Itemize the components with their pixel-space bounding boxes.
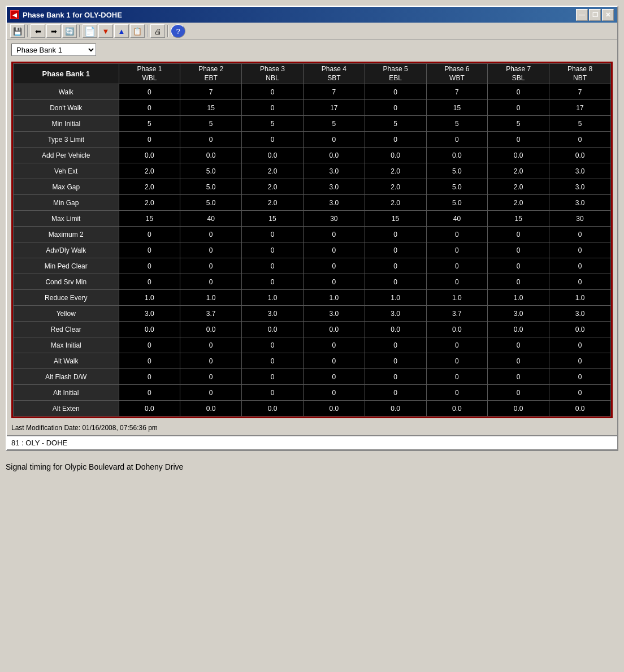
cell-2-2[interactable]: 5 — [242, 116, 304, 132]
cell-2-6[interactable]: 5 — [488, 116, 549, 132]
cell-9-1[interactable]: 0 — [180, 227, 242, 242]
cell-4-4[interactable]: 0.0 — [365, 148, 426, 163]
cell-6-7[interactable]: 3.0 — [549, 179, 611, 195]
cell-20-1[interactable]: 0.0 — [180, 401, 242, 417]
cell-13-0[interactable]: 1.0 — [119, 290, 180, 306]
cell-10-4[interactable]: 0 — [365, 242, 426, 258]
cell-8-2[interactable]: 15 — [242, 211, 304, 227]
cell-17-5[interactable]: 0 — [426, 353, 488, 369]
cell-0-4[interactable]: 0 — [365, 84, 426, 100]
cell-5-1[interactable]: 5.0 — [180, 163, 242, 179]
cell-13-1[interactable]: 1.0 — [180, 290, 242, 306]
cell-7-0[interactable]: 2.0 — [119, 195, 180, 211]
cell-14-1[interactable]: 3.7 — [180, 306, 242, 322]
cell-11-1[interactable]: 0 — [180, 258, 242, 274]
cell-11-0[interactable]: 0 — [119, 258, 180, 274]
cell-8-1[interactable]: 40 — [180, 211, 242, 227]
cell-8-4[interactable]: 15 — [365, 211, 426, 227]
cell-17-2[interactable]: 0 — [242, 353, 304, 369]
cell-6-0[interactable]: 2.0 — [119, 179, 180, 195]
cell-3-0[interactable]: 0 — [119, 132, 180, 148]
cell-17-0[interactable]: 0 — [119, 353, 180, 369]
back-button[interactable]: ⬅ — [31, 24, 45, 38]
cell-8-0[interactable]: 15 — [119, 211, 180, 227]
cell-15-0[interactable]: 0.0 — [119, 322, 180, 337]
cell-9-4[interactable]: 0 — [365, 227, 426, 242]
cell-1-7[interactable]: 17 — [549, 100, 611, 116]
cell-1-0[interactable]: 0 — [119, 100, 180, 116]
cell-2-5[interactable]: 5 — [426, 116, 488, 132]
minimize-button[interactable]: — — [576, 9, 588, 21]
cell-3-5[interactable]: 0 — [426, 132, 488, 148]
cell-8-6[interactable]: 15 — [488, 211, 549, 227]
cell-15-2[interactable]: 0.0 — [242, 322, 304, 337]
cell-5-2[interactable]: 2.0 — [242, 163, 304, 179]
cell-9-6[interactable]: 0 — [488, 227, 549, 242]
cell-20-6[interactable]: 0.0 — [488, 401, 549, 417]
cell-4-0[interactable]: 0.0 — [119, 148, 180, 163]
cell-7-1[interactable]: 5.0 — [180, 195, 242, 211]
cell-3-3[interactable]: 0 — [303, 132, 365, 148]
cell-0-5[interactable]: 7 — [426, 84, 488, 100]
cell-6-5[interactable]: 5.0 — [426, 179, 488, 195]
cell-1-2[interactable]: 0 — [242, 100, 304, 116]
cell-0-1[interactable]: 7 — [180, 84, 242, 100]
cell-3-2[interactable]: 0 — [242, 132, 304, 148]
cell-13-5[interactable]: 1.0 — [426, 290, 488, 306]
cell-4-5[interactable]: 0.0 — [426, 148, 488, 163]
cell-11-6[interactable]: 0 — [488, 258, 549, 274]
report-button[interactable]: 📋 — [130, 24, 145, 38]
cell-4-7[interactable]: 0.0 — [549, 148, 611, 163]
cell-7-6[interactable]: 2.0 — [488, 195, 549, 211]
cell-4-1[interactable]: 0.0 — [180, 148, 242, 163]
cell-17-7[interactable]: 0 — [549, 353, 611, 369]
cell-10-2[interactable]: 0 — [242, 242, 304, 258]
cell-13-2[interactable]: 1.0 — [242, 290, 304, 306]
cell-15-7[interactable]: 0.0 — [549, 322, 611, 337]
cell-7-5[interactable]: 5.0 — [426, 195, 488, 211]
cell-14-2[interactable]: 3.0 — [242, 306, 304, 322]
cell-10-5[interactable]: 0 — [426, 242, 488, 258]
cell-14-0[interactable]: 3.0 — [119, 306, 180, 322]
cell-5-5[interactable]: 5.0 — [426, 163, 488, 179]
cell-20-0[interactable]: 0.0 — [119, 401, 180, 417]
cell-17-4[interactable]: 0 — [365, 353, 426, 369]
cell-2-7[interactable]: 5 — [549, 116, 611, 132]
cell-2-4[interactable]: 5 — [365, 116, 426, 132]
cell-10-7[interactable]: 0 — [549, 242, 611, 258]
cell-4-6[interactable]: 0.0 — [488, 148, 549, 163]
cell-8-5[interactable]: 40 — [426, 211, 488, 227]
cell-3-7[interactable]: 0 — [549, 132, 611, 148]
cell-11-2[interactable]: 0 — [242, 258, 304, 274]
save-button[interactable]: 💾 — [10, 24, 25, 38]
cell-12-5[interactable]: 0 — [426, 274, 488, 290]
cell-7-4[interactable]: 2.0 — [365, 195, 426, 211]
cell-3-4[interactable]: 0 — [365, 132, 426, 148]
cell-6-4[interactable]: 2.0 — [365, 179, 426, 195]
cell-20-3[interactable]: 0.0 — [303, 401, 365, 417]
cell-14-6[interactable]: 3.0 — [488, 306, 549, 322]
cell-1-4[interactable]: 0 — [365, 100, 426, 116]
cell-18-5[interactable]: 0 — [426, 369, 488, 385]
flag-button[interactable]: ▼ — [98, 24, 113, 38]
print-button[interactable]: 🖨 — [150, 24, 165, 38]
cell-5-7[interactable]: 3.0 — [549, 163, 611, 179]
cell-19-3[interactable]: 0 — [303, 385, 365, 401]
cell-15-5[interactable]: 0.0 — [426, 322, 488, 337]
cell-10-0[interactable]: 0 — [119, 242, 180, 258]
cell-15-6[interactable]: 0.0 — [488, 322, 549, 337]
close-button[interactable]: ✕ — [602, 9, 614, 21]
cell-0-0[interactable]: 0 — [119, 84, 180, 100]
cell-11-5[interactable]: 0 — [426, 258, 488, 274]
cell-20-7[interactable]: 0.0 — [549, 401, 611, 417]
cell-7-3[interactable]: 3.0 — [303, 195, 365, 211]
cell-15-3[interactable]: 0.0 — [303, 322, 365, 337]
cell-6-3[interactable]: 3.0 — [303, 179, 365, 195]
cell-12-7[interactable]: 0 — [549, 274, 611, 290]
cell-20-2[interactable]: 0.0 — [242, 401, 304, 417]
cell-16-3[interactable]: 0 — [303, 337, 365, 353]
forward-button[interactable]: ➡ — [46, 24, 61, 38]
cell-18-4[interactable]: 0 — [365, 369, 426, 385]
cell-10-6[interactable]: 0 — [488, 242, 549, 258]
cell-3-1[interactable]: 0 — [180, 132, 242, 148]
